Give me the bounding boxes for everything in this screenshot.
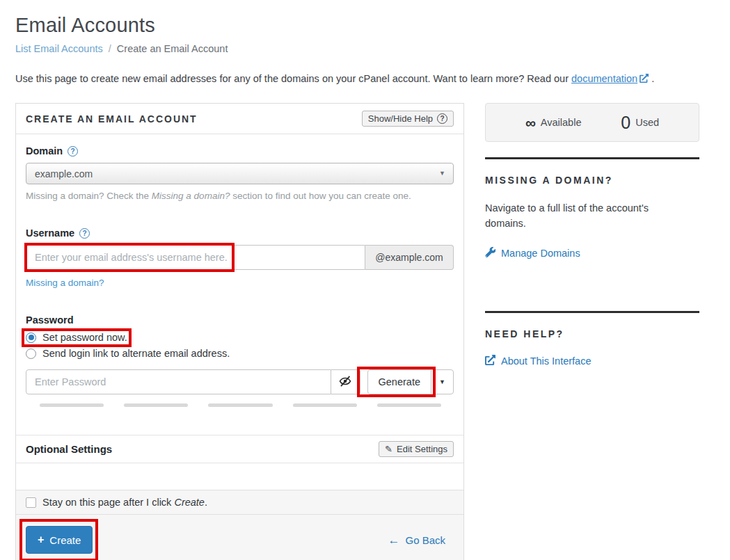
breadcrumb-current: Create an Email Account <box>117 43 228 54</box>
domain-help-icon[interactable]: ? <box>68 146 78 157</box>
password-label: Password <box>26 314 74 326</box>
radio-set-password-now[interactable]: Set password now. <box>26 332 454 343</box>
username-help-icon[interactable]: ? <box>79 228 90 239</box>
available-label: Available <box>541 117 582 128</box>
domain-select[interactable]: example.com ▼ <box>26 163 454 184</box>
page-title: Email Accounts <box>15 14 699 37</box>
plus-icon: + <box>38 534 44 546</box>
radio-unselected-icon[interactable] <box>26 349 36 359</box>
edit-settings-button[interactable]: ✎ Edit Settings <box>379 441 454 457</box>
strength-bar <box>40 403 104 407</box>
create-button[interactable]: + Create <box>26 526 93 554</box>
description-text: Use this page to create new email addres… <box>15 73 571 84</box>
chevron-down-icon: ▼ <box>439 170 445 177</box>
username-input[interactable] <box>26 245 365 270</box>
panel-body: Domain ? example.com ▼ Missing a domain?… <box>16 134 463 407</box>
missing-domain-link[interactable]: Missing a domain? <box>26 278 104 288</box>
radio-selected-icon[interactable] <box>26 333 36 343</box>
breadcrumb-list-email-accounts[interactable]: List Email Accounts <box>15 43 103 54</box>
domain-label-row: Domain ? <box>26 145 454 157</box>
breadcrumb: List Email Accounts / Create an Email Ac… <box>15 43 699 54</box>
strength-bar <box>293 403 357 407</box>
used-value: 0 <box>621 114 630 131</box>
generate-password-button[interactable]: Generate <box>367 369 431 394</box>
strength-bar <box>124 403 188 407</box>
panel-header: CREATE AN EMAIL ACCOUNT Show/Hide Help ? <box>16 104 463 134</box>
available-stat: ∞ Available <box>525 115 582 130</box>
stay-on-page-row: Stay on this page after I click Create. <box>16 490 463 515</box>
username-domain-addon: @example.com <box>365 245 454 270</box>
username-label-row: Username ? <box>26 227 454 239</box>
password-label-row: Password <box>26 314 454 326</box>
wrench-icon <box>485 247 495 259</box>
show-hide-help-button[interactable]: Show/Hide Help ? <box>362 111 454 127</box>
strength-bar <box>208 403 272 407</box>
radio-send-login-link[interactable]: Send login link to alternate email addre… <box>26 348 454 359</box>
create-email-account-panel: CREATE AN EMAIL ACCOUNT Show/Hide Help ?… <box>15 103 464 560</box>
arrow-left-icon: ← <box>388 534 399 546</box>
quota-stats-box: ∞ Available 0 Used <box>485 103 699 142</box>
about-this-interface-label: About This Interface <box>501 355 592 367</box>
sidebar-divider <box>485 157 699 159</box>
manage-domains-link[interactable]: Manage Domains <box>485 247 580 259</box>
panel-title: CREATE AN EMAIL ACCOUNT <box>26 113 198 125</box>
page-description: Use this page to create new email addres… <box>15 73 699 85</box>
eye-slash-icon <box>338 375 352 390</box>
need-help-heading: NEED HELP? <box>485 328 699 339</box>
missing-domain-text: Navigate to a full list of the account's… <box>485 200 673 232</box>
external-link-icon <box>485 355 495 367</box>
panel-footer: Stay on this page after I click Create. … <box>16 490 463 560</box>
edit-settings-label: Edit Settings <box>397 444 447 454</box>
documentation-link[interactable]: documentation <box>571 73 637 84</box>
breadcrumb-separator: / <box>109 43 111 54</box>
missing-domain-heading: MISSING A DOMAIN? <box>485 175 699 186</box>
password-input[interactable] <box>26 369 331 394</box>
strength-bar <box>377 403 441 407</box>
toggle-password-visibility-button[interactable] <box>331 369 360 394</box>
description-suffix: . <box>649 73 654 84</box>
stay-on-page-label: Stay on this page after I click Create. <box>42 497 207 508</box>
stay-on-page-checkbox[interactable] <box>26 497 36 508</box>
infinity-icon: ∞ <box>525 115 536 130</box>
domain-helper-text: Missing a domain? Check the Missing a do… <box>26 191 454 201</box>
domain-selected-value: example.com <box>35 168 93 179</box>
optional-settings-title: Optional Settings <box>26 443 112 455</box>
username-label: Username <box>26 227 74 239</box>
optional-settings-empty-area <box>16 463 463 490</box>
go-back-link[interactable]: ← Go Back <box>388 534 445 546</box>
password-strength-meter <box>40 403 441 407</box>
help-question-icon: ? <box>437 113 447 124</box>
used-label: Used <box>635 117 659 128</box>
generate-options-caret-button[interactable]: ▼ <box>431 369 454 394</box>
radio-send-login-label: Send login link to alternate email addre… <box>42 348 230 359</box>
pencil-icon: ✎ <box>385 444 392 454</box>
show-hide-help-label: Show/Hide Help <box>368 113 433 124</box>
optional-settings-row: Optional Settings ✎ Edit Settings <box>16 435 463 463</box>
sidebar-divider <box>485 311 699 313</box>
email-accounts-page: Email Accounts List Email Accounts / Cre… <box>0 0 730 560</box>
about-this-interface-link[interactable]: About This Interface <box>485 355 592 367</box>
create-button-label: Create <box>49 534 81 546</box>
used-stat: 0 Used <box>621 114 659 131</box>
domain-label: Domain <box>26 145 63 157</box>
external-link-icon <box>640 74 649 85</box>
manage-domains-label: Manage Domains <box>501 248 580 259</box>
go-back-label: Go Back <box>405 534 445 546</box>
radio-set-password-label: Set password now. <box>42 332 127 343</box>
sidebar: ∞ Available 0 Used MISSING A DOMAIN? Nav… <box>485 103 699 367</box>
